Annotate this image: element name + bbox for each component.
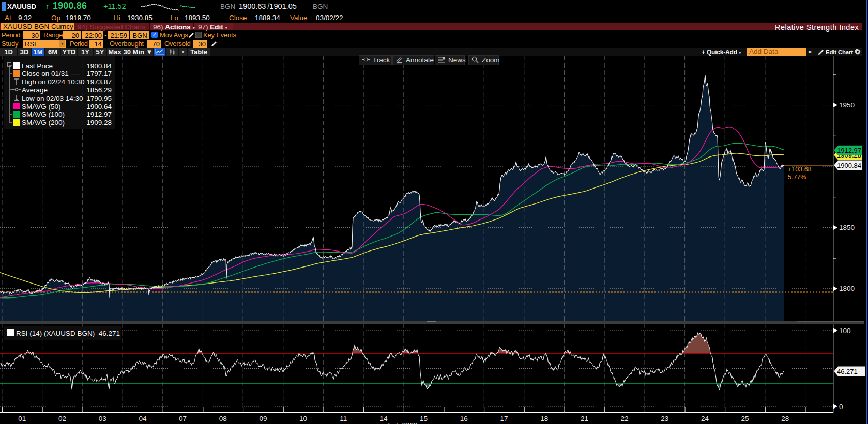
svg-text:09: 09 [259, 415, 267, 422]
svg-text:03: 03 [99, 415, 106, 422]
svg-text:1950: 1950 [839, 101, 855, 109]
svg-text:Feb 2022: Feb 2022 [388, 421, 417, 424]
svg-text:100: 100 [839, 327, 851, 335]
svg-text:11: 11 [340, 415, 347, 422]
svg-text:02: 02 [58, 415, 66, 422]
svg-text:07: 07 [179, 415, 187, 422]
svg-text:01: 01 [18, 415, 26, 422]
svg-text:14: 14 [379, 415, 388, 422]
svg-text:5.77%: 5.77% [788, 174, 806, 181]
svg-text:0: 0 [839, 403, 843, 411]
svg-text:+103.68: +103.68 [788, 166, 812, 173]
svg-text:1912.97: 1912.97 [837, 147, 861, 154]
svg-text:04: 04 [139, 415, 147, 422]
svg-text:24: 24 [701, 415, 709, 422]
svg-text:16: 16 [460, 415, 468, 422]
svg-text:15: 15 [420, 415, 428, 422]
svg-text:28: 28 [781, 415, 789, 422]
svg-text:1800: 1800 [839, 285, 855, 292]
svg-text:22: 22 [620, 415, 628, 422]
svg-text:18: 18 [540, 415, 548, 422]
svg-text:17: 17 [500, 415, 508, 422]
svg-text:46.271: 46.271 [837, 368, 858, 375]
svg-text:21: 21 [581, 415, 588, 422]
svg-text:23: 23 [661, 415, 668, 422]
svg-text:1900.84: 1900.84 [837, 162, 861, 169]
svg-text:08: 08 [219, 415, 227, 422]
svg-text:1850: 1850 [839, 224, 855, 231]
svg-text:10: 10 [299, 415, 307, 422]
svg-text:25: 25 [741, 415, 749, 422]
